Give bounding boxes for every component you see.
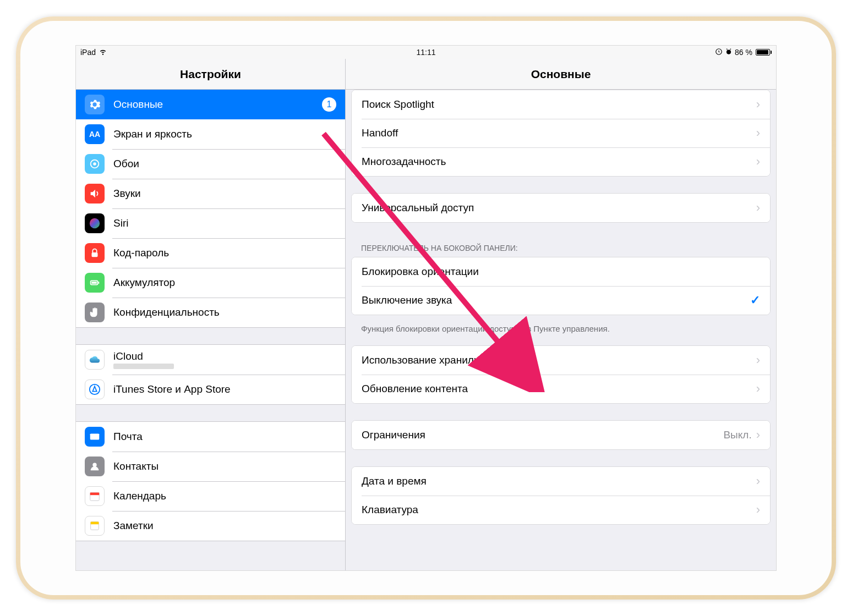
chevron-right-icon: › [756, 97, 760, 112]
sidebar-item-label: Почта [113, 431, 336, 443]
device-label: iPad [80, 48, 96, 57]
detail-row[interactable]: Использование хранилища и iCloud› [352, 346, 770, 375]
chevron-right-icon: › [756, 126, 760, 140]
sidebar-item-passcode[interactable]: Код-пароль [76, 238, 345, 268]
chevron-right-icon: › [756, 503, 760, 517]
section-header: ПЕРЕКЛЮЧАТЕЛЬ НА БОКОВОЙ ПАНЕЛИ: [346, 239, 776, 257]
detail-row-label: Выключение звука [362, 294, 750, 306]
detail-row[interactable]: Блокировка ориентации [352, 257, 770, 286]
battery-percent: 86 % [735, 48, 752, 57]
orientation-lock-icon [715, 48, 723, 57]
sidebar-item-sounds[interactable]: Звуки [76, 179, 345, 208]
notification-badge: 1 [322, 97, 336, 112]
sidebar-item-label: iTunes Store и App Store [113, 383, 336, 395]
clock: 11:11 [416, 48, 435, 57]
sidebar-item-notes[interactable]: Заметки [76, 511, 345, 541]
sidebar-item-label: Siri [113, 217, 336, 229]
detail-row-label: Обновление контента [362, 383, 756, 395]
sidebar-item-wallpaper[interactable]: Обои [76, 149, 345, 179]
sidebar-item-battery[interactable]: Аккумулятор [76, 268, 345, 298]
svg-point-11 [92, 463, 96, 467]
gear-icon [85, 95, 105, 114]
svg-rect-8 [92, 282, 97, 284]
screen: iPad 11:11 86 % [75, 45, 777, 571]
sidebar-item-label: Конфиденциальность [113, 306, 336, 318]
notes-icon [85, 516, 105, 536]
detail-row[interactable]: Дата и время› [352, 467, 770, 496]
sidebar-item-subtitle [113, 364, 174, 369]
sidebar-item-label: Экран и яркость [113, 128, 336, 140]
sidebar-item-label: Код-пароль [113, 247, 336, 259]
detail-pane: Основные Поиск Spotlight›Handoff›Многоза… [346, 59, 776, 570]
sidebar-item-label: Контакты [113, 460, 336, 472]
detail-row-label: Многозадачность [362, 156, 756, 168]
detail-row-label: Блокировка ориентации [362, 266, 760, 278]
settings-sidebar: Настройки Основные1AAЭкран и яркостьОбои… [76, 59, 346, 570]
detail-row-label: Дата и время [362, 475, 756, 487]
siri-icon [85, 213, 105, 233]
calendar-icon [85, 486, 105, 506]
ipad-frame: iPad 11:11 86 % [16, 16, 836, 600]
detail-row[interactable]: Выключение звука✓ [352, 286, 770, 315]
chevron-right-icon: › [756, 155, 760, 169]
hand-icon [85, 302, 105, 322]
detail-row-label: Универсальный доступ [362, 202, 756, 214]
sidebar-item-siri[interactable]: Siri [76, 208, 345, 238]
battery-icon [85, 273, 105, 293]
wifi-icon [99, 48, 107, 57]
sidebar-item-label: Основные [113, 98, 322, 111]
sidebar-item-label: Заметки [113, 520, 336, 532]
sidebar-item-label: Аккумулятор [113, 277, 336, 289]
detail-row-value: Выкл. [723, 429, 751, 441]
appstore-icon [85, 380, 105, 399]
sidebar-item-icloud[interactable]: iCloud [76, 345, 345, 375]
svg-point-1 [727, 50, 731, 54]
sidebar-item-label: Звуки [113, 188, 336, 200]
lock-icon [85, 243, 105, 263]
sound-icon [85, 184, 105, 204]
wallpaper-icon [85, 154, 105, 174]
section-footer: Функция блокировки ориентации доступна в… [346, 320, 776, 333]
svg-point-4 [90, 218, 100, 228]
detail-row[interactable]: ОграниченияВыкл.› [352, 421, 770, 449]
svg-rect-13 [90, 493, 100, 496]
status-bar: iPad 11:11 86 % [76, 46, 776, 59]
sidebar-item-general[interactable]: Основные1 [76, 90, 345, 119]
detail-row-label: Поиск Spotlight [362, 98, 756, 111]
sidebar-item-contacts[interactable]: Контакты [76, 452, 345, 481]
mail-icon [85, 427, 105, 447]
sidebar-item-calendar[interactable]: Календарь [76, 481, 345, 511]
detail-row-label: Использование хранилища и iCloud [362, 354, 756, 366]
sidebar-item-privacy[interactable]: Конфиденциальность [76, 298, 345, 327]
sidebar-title: Настройки [76, 59, 345, 90]
sidebar-item-itunes[interactable]: iTunes Store и App Store [76, 375, 345, 404]
sidebar-item-display[interactable]: AAЭкран и яркость [76, 119, 345, 149]
sidebar-item-label: Календарь [113, 490, 336, 502]
detail-row[interactable]: Поиск Spotlight› [352, 90, 770, 119]
detail-row[interactable]: Клавиатура› [352, 496, 770, 524]
alarm-icon [725, 48, 733, 57]
chevron-right-icon: › [756, 428, 760, 442]
contacts-icon [85, 457, 105, 476]
sidebar-item-mail[interactable]: Почта [76, 422, 345, 452]
detail-row-label: Ограничения [362, 429, 723, 441]
svg-rect-10 [90, 434, 100, 440]
detail-row[interactable]: Многозадачность› [352, 147, 770, 176]
detail-row-label: Клавиатура [362, 504, 756, 516]
detail-row[interactable]: Handoff› [352, 119, 770, 147]
sidebar-item-label: Обои [113, 158, 336, 170]
detail-row[interactable]: Универсальный доступ› [352, 194, 770, 222]
svg-point-3 [93, 162, 96, 166]
detail-row-label: Handoff [362, 127, 756, 139]
checkmark-icon: ✓ [750, 293, 760, 307]
chevron-right-icon: › [756, 474, 760, 488]
svg-rect-5 [92, 252, 98, 257]
svg-rect-7 [98, 282, 99, 284]
display-icon: AA [85, 124, 105, 144]
svg-rect-15 [91, 522, 99, 525]
detail-row[interactable]: Обновление контента› [352, 375, 770, 403]
icloud-icon [85, 350, 105, 370]
detail-title: Основные [346, 59, 776, 90]
battery-icon [755, 49, 772, 56]
sidebar-item-label: iCloud [113, 350, 174, 362]
